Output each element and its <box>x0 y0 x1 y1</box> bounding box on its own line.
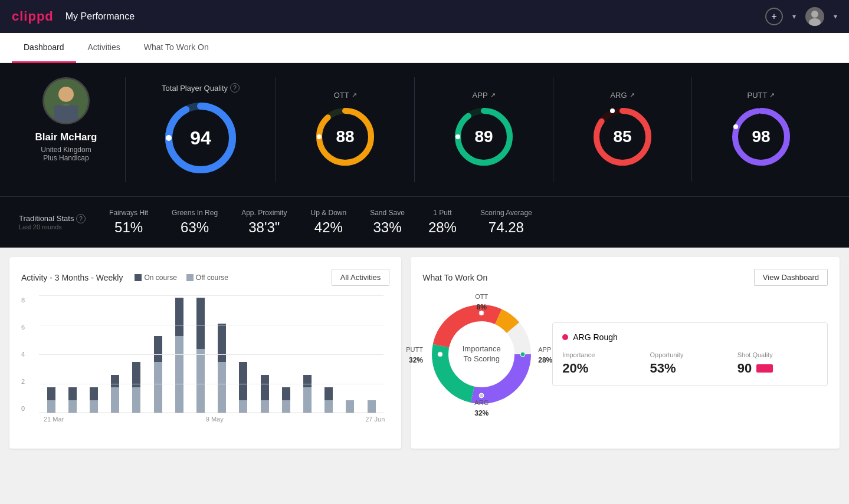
total-quality-value: 94 <box>190 127 211 149</box>
grid-line-0 <box>39 413 383 413</box>
grid-line-6 <box>39 325 383 325</box>
total-quality-label: Total Player Quality ? <box>162 83 240 93</box>
player-info: Blair McHarg United Kingdom Plus Handica… <box>19 77 125 182</box>
info-metrics: Importance 20% Opportunity 53% Shot Qual… <box>562 351 818 376</box>
scores-section: Total Player Quality ? 94 OTT ↗ <box>125 77 830 182</box>
svg-point-29 <box>438 352 442 357</box>
wtw-panel-header: What To Work On View Dashboard <box>422 269 828 286</box>
view-dashboard-button[interactable]: View Dashboard <box>754 269 828 286</box>
shot-quality-metric: Shot Quality 90 <box>737 351 818 376</box>
stat-scoring-average: Scoring Average 74.28 <box>480 209 532 236</box>
svg-rect-5 <box>54 105 78 123</box>
arg-label: ARG ↗ <box>610 91 634 100</box>
player-avatar <box>42 77 90 124</box>
header-left: clippd My Performance <box>12 9 135 24</box>
putt-value: 98 <box>752 127 770 146</box>
app-value: 89 <box>475 127 493 146</box>
app-segment-label: APP 28% <box>538 344 552 365</box>
stat-1-putt: 1 Putt 28% <box>428 209 457 236</box>
total-quality-card: Total Player Quality ? 94 <box>125 77 276 182</box>
app-chart: 89 <box>451 104 516 169</box>
info-card-dot <box>562 334 568 340</box>
legend-off-course: Off course <box>186 274 228 282</box>
wtw-title: What To Work On <box>422 273 487 282</box>
wtw-donut-chart: Importance To Scoring OTT 8% APP 28% ARG… <box>422 295 540 413</box>
putt-chart: 98 <box>729 104 794 169</box>
app-arrow-icon: ↗ <box>490 91 496 99</box>
putt-card: PUTT ↗ 98 <box>691 77 830 182</box>
ott-chart: 88 <box>313 104 378 169</box>
player-name: Blair McHarg <box>35 131 97 143</box>
putt-label: PUTT ↗ <box>748 91 775 100</box>
stat-sand-save: Sand Save 33% <box>370 209 405 236</box>
donut-label: Importance To Scoring <box>463 344 501 364</box>
hero-section: Blair McHarg United Kingdom Plus Handica… <box>0 63 849 196</box>
grid-lines <box>39 295 383 413</box>
stat-greens-in-reg: Greens In Reg 63% <box>172 209 218 236</box>
player-handicap: Plus Handicap <box>43 154 88 162</box>
header-title: My Performance <box>65 11 135 22</box>
bottom-panels: Activity - 3 Months - Weekly On course O… <box>0 248 849 458</box>
ott-value: 88 <box>336 127 355 146</box>
y-axis: 0 2 4 6 8 <box>21 295 25 413</box>
total-quality-help-icon[interactable]: ? <box>230 83 240 93</box>
wtw-content: Importance To Scoring OTT 8% APP 28% ARG… <box>422 295 828 413</box>
what-to-work-on-panel: What To Work On View Dashboard <box>411 257 840 449</box>
app-label: APP ↗ <box>473 91 496 100</box>
header: clippd My Performance + ▾ ▾ <box>0 0 849 33</box>
ott-card: OTT ↗ 88 <box>276 77 414 182</box>
activity-panel-header: Activity - 3 Months - Weekly On course O… <box>21 269 389 286</box>
opportunity-metric: Opportunity 53% <box>650 351 730 376</box>
stat-up-down: Up & Down 42% <box>310 209 346 236</box>
importance-metric: Importance 20% <box>562 351 643 376</box>
chart-area: 0 2 4 6 8 21 Mar <box>21 295 389 437</box>
total-quality-chart: 94 <box>162 100 239 176</box>
nav-tabs: Dashboard Activities What To Work On <box>0 33 849 63</box>
svg-point-27 <box>520 352 525 357</box>
wtw-info-card: ARG Rough Importance 20% Opportunity 53%… <box>552 322 828 386</box>
tab-dashboard[interactable]: Dashboard <box>12 33 76 63</box>
activity-legend: On course Off course <box>135 274 228 282</box>
arg-chart: 85 <box>590 104 655 169</box>
shot-quality-value-row: 90 <box>737 361 818 376</box>
traditional-stats-title: Traditional Stats ? <box>19 214 86 224</box>
svg-point-0 <box>811 11 818 18</box>
app-card: APP ↗ 89 <box>414 77 553 182</box>
arg-value: 85 <box>613 127 631 146</box>
putt-arrow-icon: ↗ <box>769 91 775 99</box>
activity-header-left: Activity - 3 Months - Weekly On course O… <box>21 273 228 282</box>
svg-point-3 <box>58 87 74 102</box>
grid-line-8 <box>39 295 383 296</box>
traditional-stats-group: Traditional Stats ? Last 20 rounds <box>19 214 86 231</box>
ott-label: OTT ↗ <box>334 91 357 100</box>
legend-off-course-dot <box>186 274 194 281</box>
arg-arrow-icon: ↗ <box>630 91 635 99</box>
traditional-stats-period: Last 20 rounds <box>19 223 86 230</box>
add-icon[interactable]: + <box>765 8 783 25</box>
chart-inner: 0 2 4 6 8 <box>39 295 383 413</box>
traditional-stats-help-icon[interactable]: ? <box>76 214 86 223</box>
all-activities-button[interactable]: All Activities <box>332 269 390 286</box>
info-card-title: ARG Rough <box>562 332 818 342</box>
user-avatar[interactable] <box>805 7 824 26</box>
add-chevron-icon: ▾ <box>792 12 796 21</box>
legend-on-course-dot <box>135 274 142 281</box>
putt-segment-label: PUTT 32% <box>406 344 423 365</box>
stats-values: Fairways Hit 51% Greens In Reg 63% App. … <box>109 209 830 236</box>
tab-activities[interactable]: Activities <box>76 33 132 63</box>
tab-what-to-work-on[interactable]: What To Work On <box>132 33 221 63</box>
header-right: + ▾ ▾ <box>765 7 837 26</box>
avatar-chevron-icon: ▾ <box>834 12 837 21</box>
ott-segment-label: OTT 8% <box>475 291 488 312</box>
arg-segment-label: ARG 32% <box>474 397 489 418</box>
shot-quality-swatch <box>756 364 773 373</box>
grid-line-2 <box>39 384 383 384</box>
x-labels: 21 Mar 9 May 27 Jun <box>39 413 389 423</box>
stats-bar: Traditional Stats ? Last 20 rounds Fairw… <box>0 196 849 248</box>
activity-panel: Activity - 3 Months - Weekly On course O… <box>9 257 401 449</box>
grid-line-4 <box>39 354 383 355</box>
player-country: United Kingdom <box>41 146 91 154</box>
stat-fairways-hit: Fairways Hit 51% <box>109 209 148 236</box>
logo: clippd <box>12 9 54 24</box>
svg-point-1 <box>809 18 821 26</box>
